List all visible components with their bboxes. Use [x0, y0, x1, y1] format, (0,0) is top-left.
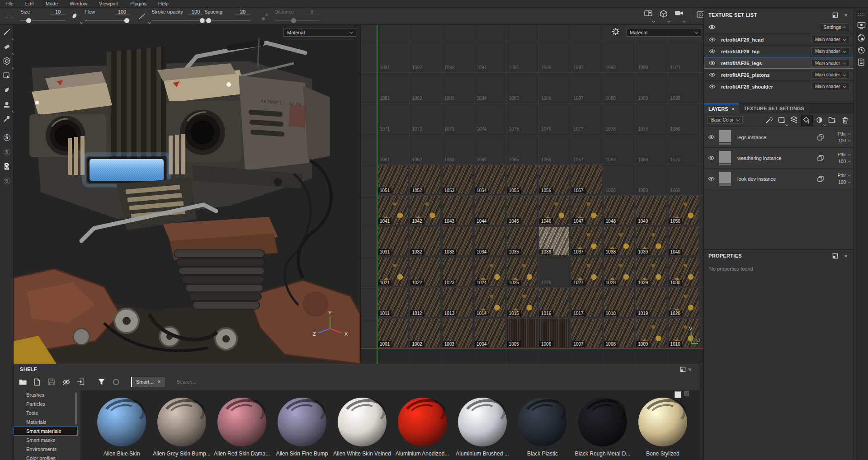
texture-set-row[interactable]: retrofitAF26_legsMain shader [704, 57, 854, 69]
material-item[interactable]: Alien Blue Skin [97, 398, 146, 460]
open-folder-icon[interactable] [17, 376, 28, 387]
shelf-category-particles[interactable]: Particles [14, 399, 78, 408]
uv-tile-1082[interactable]: 1082 [409, 72, 441, 103]
viewport2d-shading-dropdown[interactable]: Material [626, 28, 701, 37]
uv-tile-1026[interactable]: 1026 [538, 257, 571, 287]
texture-set-row[interactable]: retrofitAF26_pistonsMain shader [704, 69, 854, 80]
toolbar-drag-handle[interactable] [4, 14, 14, 19]
stroke-opacity-slider[interactable] [151, 20, 203, 21]
close-tab-icon[interactable]: × [732, 107, 735, 112]
3d-viewport[interactable]: RETROFIT AF26 [14, 25, 360, 364]
uv-tile-1094[interactable]: 1094 [474, 42, 506, 72]
uv-tile-1016[interactable]: 1016 [538, 287, 571, 318]
uv-tile-1025[interactable]: 1025 [506, 257, 538, 287]
uv-tile-1083[interactable]: 1083 [442, 72, 474, 103]
layer-row[interactable]: look dev instancePthr100 [704, 168, 854, 189]
uv-tile-1081[interactable]: 1081 [377, 72, 409, 103]
uv-tile-1039[interactable]: 1039 [635, 226, 667, 257]
uv-tile-1019[interactable]: 1019 [635, 287, 667, 318]
uv-tile-1062[interactable]: 1062 [409, 134, 441, 164]
flow-value-field[interactable]: 100 [114, 9, 130, 15]
blend-mode-dropdown[interactable]: Pthr [838, 131, 850, 136]
uv-tile-1072[interactable]: 1072 [409, 103, 441, 134]
active-filter-chip[interactable]: Smart... × [131, 377, 165, 387]
thumbnail-size-slider[interactable] [675, 391, 689, 398]
uv-tile-1049[interactable]: 1049 [635, 195, 667, 226]
uv-tile-1071[interactable]: 1071 [377, 103, 409, 134]
display-settings-icon[interactable] [854, 19, 868, 32]
export-resources-icon[interactable] [75, 376, 86, 387]
history-icon[interactable] [854, 44, 868, 56]
uv-tile-1001[interactable]: 1001 [377, 318, 409, 349]
channel-filter-dropdown[interactable]: Base Color [708, 116, 743, 124]
material-item[interactable]: Alien Red Skin Dama... [217, 398, 267, 460]
uv-tile-1097[interactable]: 1097 [571, 42, 603, 72]
stroke-opacity-value-field[interactable]: 100 [188, 9, 203, 15]
add-layer-icon[interactable] [789, 115, 800, 125]
uv-tile-1098[interactable]: 1098 [603, 42, 635, 72]
menu-mode[interactable]: Mode [46, 1, 58, 6]
uv-tile-1095[interactable]: 1095 [506, 42, 538, 72]
add-smart-material-wand-icon[interactable] [764, 115, 774, 125]
menu-edit[interactable]: Edit [25, 1, 34, 6]
uv-tile-1036[interactable]: 1036 [538, 226, 571, 257]
uv-tile-1048[interactable]: 1048 [603, 195, 635, 226]
material-item[interactable]: Aluminium Brushed ... [458, 398, 507, 460]
spacing-slider[interactable] [204, 20, 250, 21]
blend-mode-dropdown[interactable]: Pthr [838, 173, 850, 178]
visibility-eye-icon[interactable] [708, 48, 716, 55]
undock-panel-icon[interactable] [831, 252, 839, 259]
shader-dropdown[interactable]: Main shader [811, 59, 849, 67]
material-item[interactable]: Alien Grey Skin Bump... [157, 398, 207, 460]
shelf-category-smart-materials[interactable]: Smart materials [14, 427, 78, 436]
3d-view-mode-icon[interactable] [658, 10, 669, 22]
menu-plugins[interactable]: Plugins [130, 1, 146, 6]
uv-tile-1077[interactable]: 1077 [571, 103, 603, 134]
add-effect-icon[interactable] [814, 115, 825, 125]
uv-tile-1015[interactable]: 1015 [506, 287, 538, 318]
undock-panel-icon[interactable] [831, 11, 839, 19]
uv-tile-1004[interactable]: 1004 [474, 318, 506, 349]
layer-thumbnail[interactable] [719, 151, 731, 163]
uv-tile-1017[interactable]: 1017 [571, 287, 603, 318]
uv-tile-1014[interactable]: 1014 [474, 287, 506, 318]
spacing-value-field[interactable]: 20 [235, 9, 250, 15]
uv-tile-1043[interactable]: 1043 [442, 195, 474, 226]
substance-share-icon[interactable]: S [0, 174, 14, 188]
opacity-dropdown[interactable]: 100 [838, 159, 850, 164]
uv-tile-1096[interactable]: 1096 [538, 42, 571, 72]
texture-set-row[interactable]: retrofitAF26_headMain shader [704, 33, 854, 45]
uv-tile-1031[interactable]: 1031 [377, 226, 409, 257]
instance-link-icon[interactable] [817, 175, 824, 183]
size-value-field[interactable]: 10 [50, 9, 66, 15]
new-resource-icon[interactable] [32, 376, 42, 387]
save-resources-icon[interactable] [46, 376, 57, 387]
uv-tile-1046[interactable]: 1046 [538, 195, 571, 226]
tab-texture-set-settings[interactable]: TEXTURE SET SETTINGS [739, 103, 809, 113]
visibility-eye-icon[interactable] [708, 83, 716, 90]
layer-thumbnail[interactable] [719, 130, 731, 142]
texture-set-row[interactable]: retrofitAF26_hipMain shader [704, 45, 854, 57]
uv-tile-1076[interactable]: 1076 [538, 103, 571, 134]
shader-dropdown[interactable]: Main shader [811, 83, 849, 90]
polygon-fill-tool[interactable] [0, 68, 14, 83]
uv-tile-1090[interactable]: 1090 [668, 72, 700, 103]
source-dollar-dim-icon[interactable]: $ [0, 145, 14, 159]
brush-preset-button[interactable] [70, 12, 82, 23]
uv-tile-1024[interactable]: 1024 [474, 257, 506, 287]
uv-tile-1044[interactable]: 1044 [474, 195, 506, 226]
strip-drag-handle[interactable] [857, 12, 865, 16]
uv-settings-gear-icon[interactable] [612, 28, 620, 36]
flow-slider[interactable] [85, 20, 130, 21]
uv-tile-1061[interactable]: 1061 [377, 134, 409, 164]
uv-tile-1093[interactable]: 1093 [442, 42, 474, 72]
shelf-category-brushes[interactable]: Brushes [14, 390, 78, 399]
uv-tile-1040[interactable]: 1040 [668, 226, 700, 257]
uv-tile-1058[interactable]: 1058 [603, 164, 635, 195]
uv-tile-1030[interactable]: 1030 [668, 257, 700, 287]
uv-tile-1050[interactable]: 1050 [668, 195, 700, 226]
visibility-eye-icon[interactable] [708, 134, 715, 141]
menu-file[interactable]: File [5, 1, 14, 6]
shelf-category-color-profiles[interactable]: Color profiles [14, 454, 78, 460]
uv-tile-1055[interactable]: 1055 [506, 164, 538, 195]
